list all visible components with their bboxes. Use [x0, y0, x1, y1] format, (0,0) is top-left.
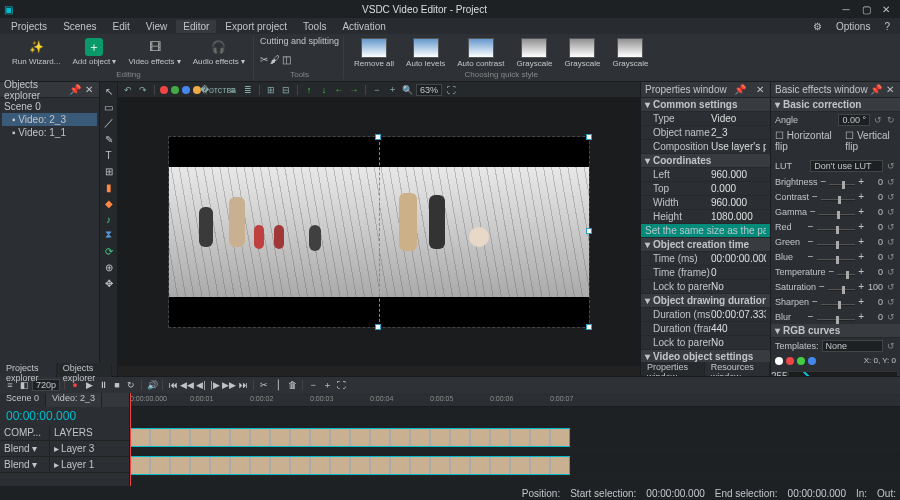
prop-row[interactable]: Time (frame)0	[641, 266, 770, 280]
channel-red[interactable]	[786, 357, 794, 365]
prop-row[interactable]: Time (ms)00:00:00.000	[641, 252, 770, 266]
reset-icon[interactable]: ↺	[886, 192, 896, 202]
arrow-right-icon[interactable]: →	[348, 84, 360, 96]
close-button[interactable]: ✕	[876, 4, 896, 15]
delete-icon[interactable]: 🗑	[286, 379, 298, 391]
cutting-splitting-link[interactable]: Cutting and splitting	[260, 36, 339, 46]
menu-view[interactable]: View	[139, 20, 175, 33]
curves-template-combo[interactable]: None	[822, 340, 883, 352]
arrow-left-icon[interactable]: ←	[333, 84, 345, 96]
animation-tool[interactable]: ⟳	[102, 244, 116, 258]
arrow-up-icon[interactable]: ↑	[303, 84, 315, 96]
frame-fwd-icon[interactable]: |▶	[209, 379, 221, 391]
reset-icon[interactable]: ↺	[886, 237, 896, 247]
prop-row[interactable]: Height1080.000	[641, 210, 770, 224]
align-left-icon[interactable]: �отства	[212, 84, 224, 96]
lut-combo[interactable]: Don't use LUT	[810, 160, 883, 172]
zoom-in-icon[interactable]: ＋	[386, 84, 398, 96]
scene-tab-video[interactable]: Video: 2_3	[46, 393, 102, 407]
help-icon[interactable]: ?	[878, 20, 896, 33]
prop-section-header[interactable]: ▾Object creation time	[641, 238, 770, 252]
zoom-out-icon[interactable]: −	[371, 84, 383, 96]
resize-handle[interactable]	[375, 324, 381, 330]
video-effects-button[interactable]: 🎞Video effects ▾	[125, 36, 185, 68]
add-object-button[interactable]: ＋Add object ▾	[68, 36, 120, 68]
gear-icon[interactable]: ⚙	[807, 20, 828, 33]
rect-tool[interactable]: ▭	[102, 100, 116, 114]
options-button[interactable]: Options	[830, 20, 876, 33]
resize-handle[interactable]	[586, 324, 592, 330]
slider-track[interactable]	[817, 244, 856, 246]
prop-row[interactable]: Top0.000	[641, 182, 770, 196]
chart-tool[interactable]: ▮	[102, 180, 116, 194]
rgb-curve-canvas[interactable]	[788, 371, 898, 376]
menu-projects[interactable]: Projects	[4, 20, 54, 33]
timeline-tracks[interactable]: 0:00:00.0000:00:010:00:020:00:030:00:040…	[130, 393, 900, 486]
menu-export[interactable]: Export project	[218, 20, 294, 33]
clip-video-2-3[interactable]	[130, 428, 570, 447]
pen-tool[interactable]: ✎	[102, 132, 116, 146]
prop-section-header[interactable]: ▾Common settings	[641, 98, 770, 112]
canvas-scrollbar[interactable]	[118, 366, 640, 376]
prop-action-button[interactable]: Set the same size as the parent has	[641, 224, 770, 238]
rotate-cw-icon[interactable]: ↻	[886, 115, 896, 125]
panel-pin-icon[interactable]: 📌	[67, 84, 83, 95]
slider-track[interactable]	[817, 259, 856, 261]
panel-close-icon[interactable]: ✕	[884, 84, 896, 95]
style-grayscale-1[interactable]: Grayscale	[512, 36, 556, 70]
preview-canvas[interactable]	[169, 137, 589, 327]
loop-icon[interactable]: ↻	[125, 379, 137, 391]
counter-tool[interactable]: ⧗	[102, 228, 116, 242]
reset-icon[interactable]: ↺	[886, 207, 896, 217]
slider-track[interactable]	[817, 319, 856, 321]
scene-tab-0[interactable]: Scene 0	[0, 393, 46, 407]
step-fwd-icon[interactable]: ▶▶	[223, 379, 235, 391]
green-dot-icon[interactable]	[171, 86, 179, 94]
pause-icon[interactable]: ⏸	[97, 379, 109, 391]
stop-icon[interactable]: ■	[111, 379, 123, 391]
text-tool[interactable]: T	[102, 148, 116, 162]
redo-icon[interactable]: ↷	[137, 84, 149, 96]
reset-icon[interactable]: ↺	[886, 282, 896, 292]
playhead[interactable]	[130, 393, 131, 486]
slider-track[interactable]	[821, 199, 855, 201]
hflip-checkbox[interactable]: ☐ Horizontal flip	[775, 130, 836, 152]
style-grayscale-3[interactable]: Grayscale	[608, 36, 652, 70]
panel-pin-icon[interactable]: 📌	[732, 84, 748, 95]
menu-edit[interactable]: Edit	[105, 20, 136, 33]
style-auto-levels[interactable]: Auto levels	[402, 36, 449, 70]
prop-row[interactable]: Left960.000	[641, 168, 770, 182]
prop-row[interactable]: Duration (ms)00:00:07.333	[641, 308, 770, 322]
blue-dot-icon[interactable]	[182, 86, 190, 94]
tree-video-1[interactable]: ▪ Video: 2_3	[2, 113, 97, 126]
rotate-ccw-icon[interactable]: ↺	[873, 115, 883, 125]
slider-track[interactable]	[819, 214, 855, 216]
sprite-tool[interactable]: ⊕	[102, 260, 116, 274]
rgb-curves-header[interactable]: ▾RGB curves	[771, 324, 900, 338]
vflip-checkbox[interactable]: ☐ Vertical flip	[845, 130, 896, 152]
tab-properties[interactable]: Properties window	[641, 362, 705, 376]
maximize-button[interactable]: ▢	[856, 4, 876, 15]
reset-icon[interactable]: ↺	[886, 297, 896, 307]
reset-icon[interactable]: ↺	[886, 161, 896, 171]
snap-icon[interactable]: ⊟	[280, 84, 292, 96]
track-layer-3[interactable]	[130, 427, 900, 449]
slider-track[interactable]	[837, 274, 855, 276]
grid-icon[interactable]: ⊞	[265, 84, 277, 96]
fit-tl-icon[interactable]: ⛶	[335, 379, 347, 391]
line-tool[interactable]: ／	[102, 116, 116, 130]
reset-icon[interactable]: ↺	[886, 252, 896, 262]
audio-tool[interactable]: ♪	[102, 212, 116, 226]
track-layer-1[interactable]	[130, 455, 900, 477]
reset-icon[interactable]: ↺	[886, 222, 896, 232]
audio-effects-button[interactable]: 🎧Audio effects ▾	[189, 36, 249, 68]
menu-activation[interactable]: Activation	[335, 20, 392, 33]
panel-pin-icon[interactable]: 📌	[868, 84, 884, 95]
reset-icon[interactable]: ↺	[886, 177, 896, 187]
resize-handle[interactable]	[586, 134, 592, 140]
panel-close-icon[interactable]: ✕	[754, 84, 766, 95]
slider-track[interactable]	[821, 304, 855, 306]
zoom-out-tl-icon[interactable]: −	[307, 379, 319, 391]
prop-row[interactable]: Lock to parent dNo	[641, 336, 770, 350]
prop-row[interactable]: Lock to parent dNo	[641, 280, 770, 294]
